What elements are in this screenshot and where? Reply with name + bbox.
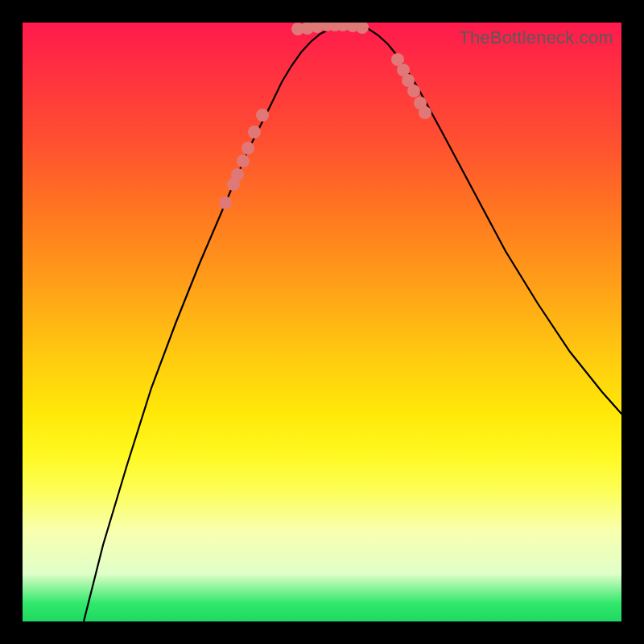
curve-layer [23,23,621,621]
bottleneck-curve [84,25,621,621]
marker-dot [419,106,431,119]
marker-dot [219,196,232,209]
marker-dot [407,85,420,97]
marker-dot [256,109,269,122]
marker-dot [237,155,250,167]
marker-dot [356,23,369,34]
plot-area: TheBottleneck.com [23,23,621,621]
chart-frame: TheBottleneck.com [0,0,644,644]
marker-dot [242,142,254,155]
marker-dot [248,126,261,138]
marker-dot [231,168,244,181]
